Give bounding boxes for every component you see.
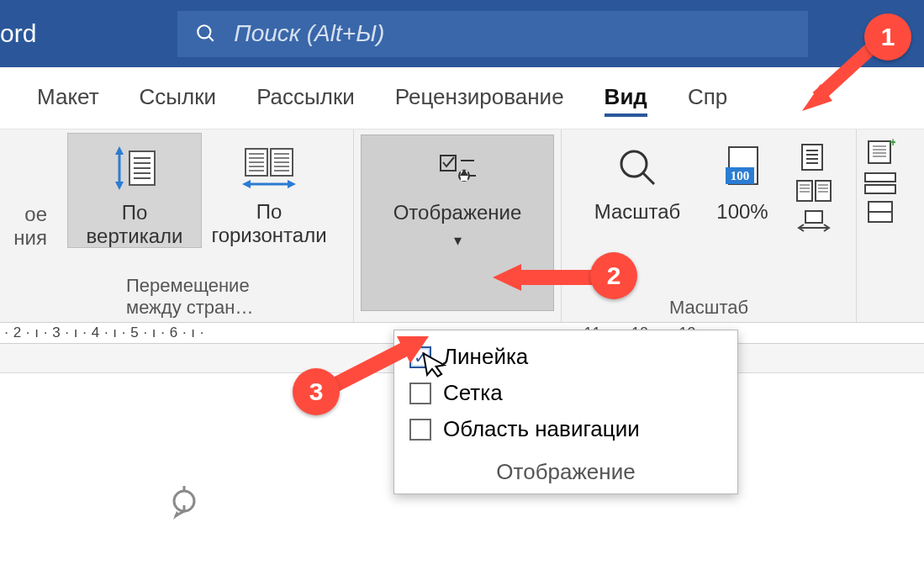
- group-page-movement: По вертикали По горизонтали Пер: [50, 129, 353, 322]
- search-icon: [195, 23, 217, 45]
- multi-page-icon[interactable]: [795, 178, 832, 203]
- ribbon-left-edge-fragment: ое ния: [0, 129, 50, 322]
- vertical-page-icon: [109, 139, 160, 198]
- annotation-badge-2: 2: [590, 252, 637, 299]
- show-dropdown-label: Отображение: [393, 201, 522, 224]
- chevron-down-icon: ▾: [454, 231, 462, 250]
- annotation-badge-1: 1: [864, 13, 911, 61]
- search-box[interactable]: Поиск (Alt+Ы): [177, 11, 808, 57]
- titlebar: ord Поиск (Alt+Ы): [0, 0, 924, 67]
- tab-references[interactable]: Ссылки: [140, 84, 217, 117]
- edge-text-1: ое: [24, 203, 47, 226]
- svg-marker-3: [115, 146, 124, 155]
- svg-text:100: 100: [731, 169, 750, 182]
- tab-help[interactable]: Спр: [688, 84, 727, 117]
- zoom-icon: [615, 138, 659, 197]
- svg-point-32: [621, 151, 647, 177]
- zoom-100-label: 100%: [716, 200, 768, 224]
- popup-item-label: Линейка: [443, 344, 528, 370]
- tab-review[interactable]: Рецензирование: [395, 84, 564, 117]
- page-width-icon[interactable]: [795, 208, 832, 232]
- new-window-icon[interactable]: +: [863, 138, 895, 166]
- edge-text-2: ния: [13, 226, 47, 250]
- show-icon: [437, 150, 478, 184]
- ribbon-tabs: Макет Ссылки Рассылки Рецензирование Вид…: [0, 67, 924, 129]
- group-show: Отображение ▾: [354, 129, 561, 322]
- tab-layout[interactable]: Макет: [37, 84, 99, 117]
- svg-marker-64: [424, 350, 446, 377]
- ruler-left: · 2 · ı · 3 · ı · 4 · ı · 5 · ı · 6 · ı …: [0, 325, 209, 341]
- group-label-zoom: Масштаб: [669, 297, 748, 319]
- svg-marker-24: [242, 180, 251, 188]
- checkbox-empty-icon[interactable]: [409, 383, 431, 404]
- tab-mailings[interactable]: Рассылки: [256, 84, 355, 117]
- popup-item-gridlines[interactable]: Сетка: [394, 375, 737, 411]
- zoom-small-buttons: [789, 133, 839, 232]
- show-dropdown-button[interactable]: Отображение ▾: [361, 135, 554, 311]
- badge-text: 3: [309, 377, 324, 406]
- svg-rect-42: [797, 181, 812, 201]
- group-label-pagemove: Перемещение между стран…: [126, 275, 277, 319]
- popup-item-label: Сетка: [443, 380, 503, 406]
- svg-rect-52: [869, 141, 890, 163]
- tab-view[interactable]: Вид: [605, 84, 647, 117]
- layout-options-icon[interactable]: [165, 484, 203, 523]
- horizontal-button-label: По горизонтали: [211, 200, 326, 246]
- search-placeholder: Поиск (Alt+Ы): [234, 20, 384, 47]
- vertical-button-label: По вертикали: [87, 201, 183, 247]
- svg-line-1: [209, 36, 214, 40]
- popup-footer: Отображение: [394, 447, 737, 493]
- popup-item-navpane[interactable]: Область навигации: [394, 411, 737, 447]
- zoom-button[interactable]: Масштаб: [578, 133, 696, 224]
- zoom-100-icon: 100: [719, 138, 766, 197]
- svg-rect-37: [802, 145, 822, 170]
- mouse-cursor-icon: [421, 348, 449, 380]
- one-page-icon[interactable]: [795, 141, 829, 173]
- split-icon[interactable]: [863, 200, 897, 224]
- vertical-button[interactable]: По вертикали: [67, 133, 202, 248]
- zoom-100-button[interactable]: 100 100%: [696, 133, 789, 224]
- svg-rect-43: [816, 181, 831, 201]
- svg-line-33: [643, 173, 654, 184]
- horizontal-page-icon: [239, 138, 299, 197]
- checkbox-empty-icon[interactable]: [409, 419, 431, 441]
- svg-text:+: +: [890, 138, 895, 149]
- zoom-button-label: Масштаб: [594, 200, 681, 224]
- svg-point-0: [198, 25, 211, 38]
- svg-marker-25: [288, 180, 296, 188]
- svg-rect-58: [865, 173, 895, 182]
- popup-item-label: Область навигации: [443, 416, 640, 442]
- arrange-all-icon[interactable]: [863, 172, 897, 195]
- group-window-fragment: +: [857, 129, 904, 322]
- window-title-fragment: ord: [0, 19, 51, 48]
- svg-rect-50: [805, 211, 822, 223]
- svg-marker-4: [115, 182, 124, 190]
- svg-rect-59: [865, 185, 895, 193]
- horizontal-button[interactable]: По горизонтали: [202, 133, 336, 248]
- badge-text: 2: [607, 261, 621, 290]
- badge-text: 1: [881, 23, 895, 51]
- annotation-badge-3: 3: [293, 368, 340, 415]
- ribbon: ое ния По: [0, 129, 924, 322]
